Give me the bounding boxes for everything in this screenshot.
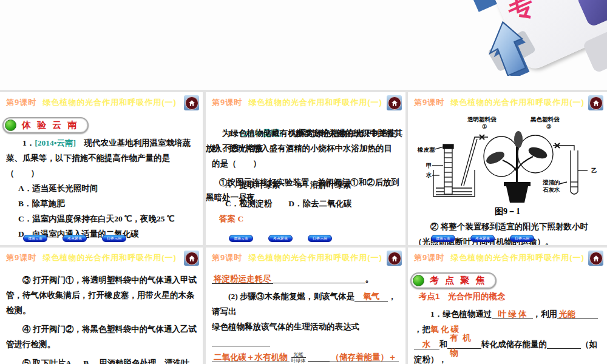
blue-shape [473, 0, 498, 12]
concept-line1: 1．绿色植物通过叶 绿 体，利用光能，把氧 化 碳 [414, 307, 601, 337]
badge-label: 考 点 聚 焦 [430, 275, 487, 286]
nav-button-1[interactable]: 体验云南 [229, 235, 253, 242]
concept-block: 1．绿色植物通过叶 绿 体，利用光能，把氧 化 碳 水和有 机 物转化成储存能量… [408, 307, 607, 364]
home-button[interactable] [387, 251, 402, 266]
nav-button-3[interactable]: 归类示例 [102, 235, 126, 242]
formula-line: 二氧化碳＋水有机物光能叶绿体（储存着能量）＋。 [212, 350, 399, 364]
filled-answer: 水 [414, 340, 439, 349]
blank-line [273, 274, 365, 283]
blank-with-answer: 有 机 物 [447, 337, 481, 352]
step3-text: ③ 打开阀门①，将透明塑料袋中的气体通入甲试管，待气体收集满后，打开橡皮塞，用带… [6, 273, 197, 318]
diagram-label-stopper: 橡皮塞 [417, 146, 435, 153]
question-text: 1．[2014•云南] 现代农业基地利用温室栽培蔬菜、瓜果等，以下措施不能提高作… [0, 136, 203, 181]
question-source: [2014•云南] [35, 138, 76, 147]
q2-line: (2) 步骤③木条能复燃，则该气体是氧气，请写出 [212, 289, 399, 320]
option-b: B．除草施肥 [18, 197, 203, 212]
lesson-number: 第9课时 [414, 98, 444, 107]
lesson-number: 第9课时 [6, 98, 36, 107]
slide-5: 第9课时绿色植物的光合作用和呼吸作用(一) 将淀粉运走耗尽。 (2) 步骤③木条… [206, 248, 405, 364]
slide-title: 绿色植物的光合作用和呼吸作用(一) [248, 253, 382, 262]
diagram-label-lime2: 石灰水 [542, 186, 560, 193]
slide-header: 第9课时绿色植物的光合作用和呼吸作用(一) [206, 248, 405, 268]
slide-6: 第9课时绿色植物的光合作用和呼吸作用(一) 考 点 聚 焦 考点1 光合作用的概… [408, 248, 607, 364]
home-button[interactable] [387, 95, 402, 110]
filled-answer: 氧气 [354, 292, 388, 302]
options-block: A．提取叶绿素 B．溶解叶绿素 ①按图示连接好实验装置，关闭阀门①和②后放到黑暗… [206, 178, 405, 212]
slide-nav-buttons: 体验云南 考点聚焦 归类示例 [23, 235, 126, 242]
home-icon [589, 96, 603, 110]
question-block: 3．[2014•昆明] 为探究绿色植物在光下制造淀粉，把叶片放入盛有酒精的小烧杯… [206, 126, 405, 172]
nav-button-2[interactable]: 考点聚焦 [268, 235, 293, 242]
option-c: C．温室内温度保持在白天20 ℃，夜晚25 ℃ [18, 212, 203, 227]
question-number: 1． [22, 138, 35, 147]
diagram-label-valve2: ② [546, 124, 552, 130]
step5-text: ⑤ 取下叶片A 、 B ，用酒精脱色处理，漂洗叶片后滴加碘液，观察颜色变化。 [6, 356, 197, 364]
blank-line [308, 352, 330, 362]
slide-title: 绿色植物的光合作用和呼吸作用(一) [42, 98, 177, 107]
experiment-diagram: 透明塑料袋 ① 黑色塑料袋 ② 橡皮塞 甲 水 A B 乙 澄清的 石灰水 [412, 114, 603, 205]
slide-header: 第9课时绿色植物的光合作用和呼吸作用(一) [408, 248, 607, 268]
diagram-label-jia: 甲 [426, 163, 432, 169]
diagram-label-yi: 乙 [591, 167, 597, 174]
slide-header: 第9课时绿色植物的光合作用和呼吸作用(一) [206, 92, 405, 113]
nav-button-3[interactable]: 归类示例 [510, 235, 534, 242]
home-button[interactable] [588, 251, 603, 266]
diagram-label-lime1: 澄清的 [542, 179, 560, 186]
home-button[interactable] [184, 251, 199, 266]
concept-line2: 水和有 机 物转化成储存能量的（如淀粉）， [414, 337, 601, 364]
slide-nav-buttons: 体验云南 考点聚焦 归类示例 [229, 235, 332, 242]
home-button[interactable] [184, 95, 199, 110]
overlapped-ghost-text: 为绿色植物储藏有机糖类淀粉关键的组织中并将其放入不透光溶液 [206, 126, 405, 157]
nav-button-2[interactable]: 考点聚焦 [470, 235, 495, 242]
nav-button-1[interactable]: 体验云南 [23, 235, 47, 242]
formula-answer: （储存着能量）＋ [330, 352, 399, 362]
filled-answer: 光能 [557, 309, 577, 319]
home-icon [185, 96, 198, 110]
home-icon [185, 252, 198, 265]
home-button[interactable] [588, 95, 603, 110]
slide-title: 绿色植物的光合作用和呼吸作用(一) [248, 98, 382, 107]
lesson-number: 第9课时 [6, 253, 36, 262]
overlapped-step-text: ①按图示连接好实验装置，关闭阀门①和②后放到黑暗处一昼夜 [206, 175, 405, 206]
lesson-number: 第9课时 [212, 98, 242, 107]
green-dot-icon [5, 120, 16, 131]
home-icon [589, 252, 603, 265]
slide-3: 第9课时绿色植物的光合作用和呼吸作用(一) 透明塑料袋 ① 黑色塑料袋 ② 橡皮… [408, 92, 607, 245]
slide-4: 第9课时绿色植物的光合作用和呼吸作用(一) ③ 打开阀门①，将透明塑料袋中的气体… [0, 248, 203, 364]
answer-line-1: 将淀粉运走耗尽。 [212, 272, 399, 287]
home-icon [388, 96, 401, 110]
blank-line [547, 339, 581, 349]
section-badge-tiyan: 体 验 云 南 [2, 117, 89, 133]
figure-caption: 图9－1 [408, 206, 607, 217]
slide-title: 绿色植物的光合作用和呼吸作用(一) [450, 253, 585, 262]
option-a: A．适当延长光照时间 [18, 181, 203, 197]
steps-block: ③ 打开阀门①，将透明塑料袋中的气体通入甲试管，待气体收集满后，打开橡皮塞，用带… [0, 273, 203, 364]
nav-button-2[interactable]: 考点聚焦 [63, 235, 87, 242]
keypoint-title: 考点1 光合作用的概念 [419, 291, 607, 302]
q2-line2: 绿色植物释放该气体的生理活动的表达式 [212, 320, 399, 350]
slide-header: 第9课时绿色植物的光合作用和呼吸作用(一) [0, 92, 203, 113]
home-icon [388, 252, 401, 265]
blank-line [212, 337, 270, 346]
answer-text: 答案 C [219, 212, 405, 227]
arrow-icon [478, 17, 545, 76]
slide-title: 绿色植物的光合作用和呼吸作用(一) [450, 98, 585, 107]
slide-header: 第9课时绿色植物的光合作用和呼吸作用(一) [0, 248, 203, 268]
slide-2: 第9课时绿色植物的光合作用和呼吸作用(一) 3．[2014•昆明] 为探究绿色植… [206, 92, 405, 245]
nav-button-3[interactable]: 归类示例 [308, 235, 332, 242]
nav-button-1[interactable]: 体验云南 [431, 235, 455, 242]
step4-text: ④ 打开阀门②，将黑色塑料袋中的气体通入乙试管进行检测。 [6, 322, 197, 352]
badge-label: 体 验 云 南 [22, 120, 79, 131]
filled-answer: 叶 绿 体 [492, 309, 532, 319]
blank-line [577, 309, 598, 318]
slide-title: 绿色植物的光合作用和呼吸作用(一) [42, 253, 177, 262]
slide-1: 第9课时绿色植物的光合作用和呼吸作用(一) 体 验 云 南 1．[2014•云南… [0, 92, 203, 245]
diagram-label-water: 水 [426, 172, 432, 178]
filled-answer: 将淀粉运走耗尽 [212, 274, 273, 284]
section-badge-kaodian: 考 点 聚 焦 [410, 272, 497, 289]
lesson-number: 第9课时 [414, 253, 444, 262]
diagram-label-valve1: ① [482, 124, 487, 130]
floating-answer: 有 机 物 [450, 331, 481, 361]
qa-block: 将淀粉运走耗尽。 (2) 步骤③木条能复燃，则该气体是氧气，请写出 绿色植物释放… [206, 272, 405, 364]
formula-answer: 二氧化碳＋水有机物 [212, 352, 290, 362]
